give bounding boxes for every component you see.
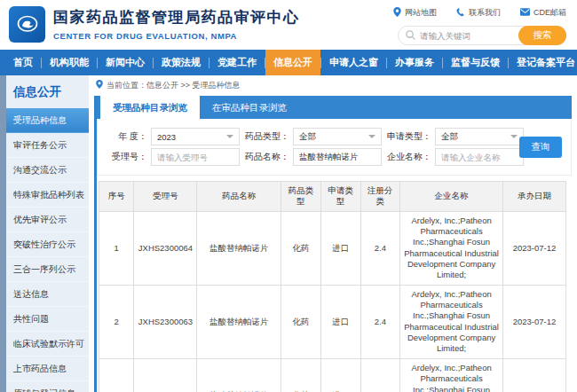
cde-logo: [9, 6, 45, 43]
table-header: 序号受理号药品名称药品类型申请类型注册分类企业名称承办日期: [99, 182, 566, 212]
column-header: 序号: [99, 182, 134, 212]
apply-type-filter: 申请类型： 全部: [385, 128, 524, 145]
column-header: 药品类型: [281, 182, 321, 212]
chevron-down-icon: [368, 135, 375, 138]
sitemap-label: 网站地图: [405, 7, 437, 19]
table-row: 1JXHS2300064盐酸替纳帕诺片化药进口2.4Ardelyx, Inc.;…: [99, 211, 566, 285]
filter-panel: 年 度： 2023 药品类型： 全部 申请类: [97, 119, 572, 176]
apply-type-select[interactable]: 全部: [435, 128, 524, 145]
column-header: 注册分类: [360, 182, 400, 212]
swan-logo-icon: [14, 10, 41, 40]
sidebar-item[interactable]: 沟通交流公示: [6, 158, 89, 183]
header: 国家药品监督管理局药品审评中心 CENTER FOR DRUG EVALUATI…: [0, 0, 577, 50]
nav-item[interactable]: 申请人之窗: [321, 50, 386, 75]
drug-name-label: 药品名称：: [243, 151, 289, 163]
sidebar-item[interactable]: 上市药品信息: [6, 357, 89, 381]
accept-no-input[interactable]: [151, 148, 240, 166]
sidebar-item[interactable]: 三合一序列公示: [6, 257, 89, 282]
column-header: 药品名称: [197, 182, 281, 212]
sidebar-item[interactable]: 审评任务公示: [6, 133, 89, 158]
sitemap-link[interactable]: 网站地图: [393, 7, 437, 19]
search-icon: [406, 27, 415, 43]
contact-link[interactable]: 联系我们: [456, 7, 501, 19]
mailbox-label: CDE邮箱: [534, 7, 566, 19]
apply-type-label: 申请类型：: [385, 130, 431, 143]
sidebar-title: 信息公开: [6, 75, 89, 108]
cell-reg-class: 2.4: [360, 358, 400, 392]
sidebar-item[interactable]: 临床试验默示许可: [6, 332, 89, 357]
column-header: 申请类型: [320, 182, 360, 212]
mail-icon: [520, 8, 530, 18]
sidebar-menu: 受理品种信息审评任务公示沟通交流公示特殊审批品种列表优先审评公示突破性治疗公示三…: [6, 108, 89, 392]
sidebar-item[interactable]: 送达信息: [6, 282, 89, 307]
filter-row-1: 年 度： 2023 药品类型： 全部 申请类: [101, 128, 518, 145]
sidebar: 信息公开 受理品种信息审评任务公示沟通交流公示特殊审批品种列表优先审评公示突破性…: [0, 75, 89, 392]
nav-item[interactable]: 新闻中心: [98, 50, 153, 75]
year-select[interactable]: 2023: [151, 128, 240, 145]
mailbox-link[interactable]: CDE邮箱: [520, 7, 566, 19]
nav-item[interactable]: 登记备案平台: [509, 50, 577, 75]
chevron-down-icon: [226, 135, 233, 138]
nav-item[interactable]: 党建工作: [209, 50, 265, 75]
sidebar-item[interactable]: 原辅包登记信息: [6, 381, 89, 392]
year-label: 年 度：: [101, 130, 147, 143]
cell-apply-type: 进口: [320, 211, 360, 285]
query-button[interactable]: 查询: [519, 137, 562, 158]
drug-name-filter: 药品名称：: [243, 148, 382, 166]
nav-item[interactable]: 信息公开: [265, 50, 320, 75]
tab-bar: 受理品种目录浏览 在审品种目录浏览: [97, 96, 572, 119]
cell-no: 3: [99, 358, 134, 392]
cell-drug-type: 化药: [281, 211, 321, 285]
nav-item[interactable]: 政策法规: [154, 50, 209, 75]
nav-item[interactable]: 机构职能: [42, 50, 97, 75]
phone-icon: [456, 8, 465, 19]
cell-no: 1: [99, 211, 134, 285]
cell-reg-class: 2.4: [360, 285, 400, 358]
search-bar: 搜索: [398, 26, 566, 45]
cell-no: 2: [99, 285, 134, 358]
cell-date: 2023-07-12: [502, 358, 565, 392]
cell-date: 2023-07-12: [502, 211, 565, 285]
filter-row-2: 受理号： 药品名称： 企业名称：: [101, 148, 518, 166]
tab-accepted-catalog[interactable]: 受理品种目录浏览: [100, 96, 200, 119]
location-pin-icon: [393, 7, 401, 19]
accept-no-label: 受理号：: [101, 151, 147, 163]
company-input[interactable]: [435, 148, 524, 166]
table-row: 3JXHS2300062盐酸替纳帕诺片化药进口2.4Ardelyx, Inc.;…: [99, 358, 566, 392]
search-button[interactable]: 搜索: [518, 26, 566, 45]
drug-name-input[interactable]: [293, 148, 382, 166]
cell-company: Ardelyx, Inc.;Patheon Pharmaceuticals In…: [400, 358, 503, 392]
nav-item[interactable]: 首页: [5, 50, 41, 75]
cell-apply-type: 进口: [320, 285, 360, 358]
cell-drug-type: 化药: [281, 358, 321, 392]
sidebar-item[interactable]: 特殊审批品种列表: [6, 183, 89, 208]
search-input[interactable]: [415, 30, 518, 42]
apply-type-value: 全部: [441, 131, 458, 143]
accept-no-filter: 受理号：: [101, 148, 240, 166]
cell-drug-type: 化药: [281, 285, 321, 358]
company-filter: 企业名称：: [385, 148, 524, 166]
drug-type-select[interactable]: 全部: [293, 128, 382, 145]
column-header: 承办日期: [502, 182, 565, 212]
year-value: 2023: [157, 132, 176, 142]
quick-links: 网站地图 联系我们 CDE邮箱: [393, 7, 566, 19]
cell-drug-name: 盐酸替纳帕诺片: [197, 358, 281, 392]
drug-type-value: 全部: [299, 131, 316, 143]
main-content: 当前位置：信息公开 >> 受理品种信息 受理品种目录浏览 在审品种目录浏览 年 …: [94, 75, 572, 392]
cell-accept-no: JXHS2300063: [134, 285, 197, 358]
sidebar-item[interactable]: 共性问题: [6, 307, 89, 332]
main-nav: 首页机构职能新闻中心政策法规党建工作信息公开申请人之窗办事服务监督与反馈登记备案…: [0, 50, 577, 75]
cell-drug-name: 盐酸替纳帕诺片: [197, 211, 281, 285]
sidebar-item[interactable]: 优先审评公示: [6, 208, 89, 232]
results-table: 序号受理号药品名称药品类型申请类型注册分类企业名称承办日期 1JXHS23000…: [99, 181, 566, 392]
cell-accept-no: JXHS2300064: [134, 211, 197, 285]
breadcrumb-text: 当前位置：信息公开 >> 受理品种信息: [107, 80, 241, 91]
sidebar-item[interactable]: 受理品种信息: [6, 108, 89, 133]
nav-item[interactable]: 监督与反馈: [443, 50, 508, 75]
year-filter: 年 度： 2023: [101, 128, 240, 145]
tab-under-review-catalog[interactable]: 在审品种目录浏览: [200, 96, 299, 119]
cell-company: Ardelyx, Inc.;Patheon Pharmaceuticals In…: [400, 211, 503, 285]
breadcrumb: 当前位置：信息公开 >> 受理品种信息: [96, 77, 572, 93]
nav-item[interactable]: 办事服务: [387, 50, 442, 75]
sidebar-item[interactable]: 突破性治疗公示: [6, 232, 89, 257]
